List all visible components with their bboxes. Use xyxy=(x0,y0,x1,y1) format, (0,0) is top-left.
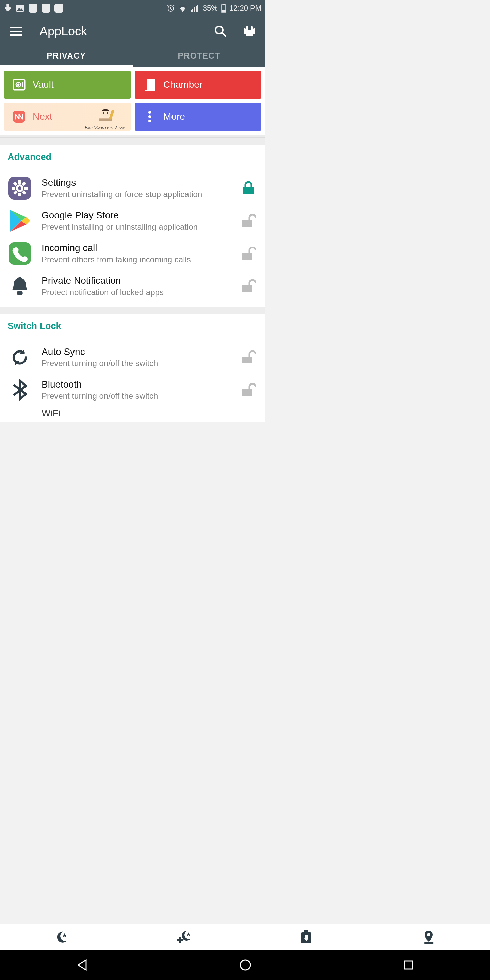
battery-percent: 35% xyxy=(203,4,218,13)
svg-rect-58 xyxy=(242,356,252,363)
status-left xyxy=(4,4,63,13)
menu-icon[interactable] xyxy=(10,27,22,36)
svg-point-0 xyxy=(6,4,9,6)
bell-icon xyxy=(10,275,30,297)
item-private-notification[interactable]: Private Notification Protect notificatio… xyxy=(8,270,258,302)
svg-rect-20 xyxy=(248,26,251,30)
item-subtitle: Prevent others from taking incoming call… xyxy=(41,255,228,265)
lock-open-icon[interactable] xyxy=(241,383,256,397)
item-incoming-call[interactable]: Incoming call Prevent others from taking… xyxy=(8,237,258,270)
svg-rect-9 xyxy=(194,8,195,12)
svg-rect-19 xyxy=(253,28,255,34)
status-bar: 35% 12:20 PM xyxy=(0,0,266,16)
lock-open-icon[interactable] xyxy=(241,247,256,260)
svg-rect-11 xyxy=(197,5,198,12)
divider xyxy=(0,135,266,137)
app-title: AppLock xyxy=(40,24,196,38)
svg-point-35 xyxy=(148,115,151,118)
tab-bar: PRIVACY PROTECT xyxy=(0,46,266,67)
svg-rect-18 xyxy=(243,28,246,34)
svg-point-56 xyxy=(17,291,23,295)
svg-point-15 xyxy=(215,26,223,34)
item-subtitle: Prevent installing or uninstalling appli… xyxy=(41,222,228,232)
divider xyxy=(0,137,266,145)
status-right: 35% 12:20 PM xyxy=(167,4,261,13)
item-subtitle: Prevent turning on/off the switch xyxy=(41,359,228,369)
svg-point-34 xyxy=(148,111,151,114)
divider xyxy=(0,307,266,314)
signal-icon xyxy=(191,5,199,12)
svg-rect-1 xyxy=(6,6,10,11)
svg-rect-55 xyxy=(242,253,252,259)
phone-icon xyxy=(8,242,32,266)
alarm-icon xyxy=(167,4,175,12)
svg-rect-8 xyxy=(192,9,193,12)
play-store-icon xyxy=(9,209,30,232)
svg-rect-57 xyxy=(242,285,252,292)
mascot-icon xyxy=(95,106,116,125)
item-title: Bluetooth xyxy=(41,379,228,390)
lock-open-icon[interactable] xyxy=(241,279,256,293)
item-auto-sync[interactable]: Auto Sync Prevent turning on/off the swi… xyxy=(8,341,258,374)
svg-rect-2 xyxy=(5,8,6,9)
item-title: Private Notification xyxy=(41,275,228,286)
chamber-icon xyxy=(144,78,156,92)
vault-card[interactable]: Vault xyxy=(4,71,130,99)
item-settings[interactable]: Settings Prevent uninstalling or force-s… xyxy=(8,172,258,205)
section-title: Switch Lock xyxy=(8,321,258,331)
promo-label: Next xyxy=(33,111,52,122)
svg-rect-53 xyxy=(242,220,252,227)
item-play-store[interactable]: Google Play Store Prevent installing or … xyxy=(8,205,258,237)
battery-icon xyxy=(221,4,226,13)
svg-rect-42 xyxy=(12,187,15,189)
next-card[interactable]: Next Plan future, remind now xyxy=(4,103,130,130)
item-title: Incoming call xyxy=(41,243,228,253)
svg-rect-43 xyxy=(24,187,27,189)
lock-open-icon[interactable] xyxy=(241,350,256,364)
item-subtitle: Prevent turning on/off the switch xyxy=(41,391,228,401)
item-subtitle: Prevent uninstalling or force-stop appli… xyxy=(41,189,228,199)
notification-icon xyxy=(4,4,11,13)
svg-rect-3 xyxy=(9,8,11,9)
svg-point-23 xyxy=(18,84,19,86)
image-icon xyxy=(16,5,24,12)
next-icon xyxy=(12,110,26,124)
svg-point-29 xyxy=(103,112,105,114)
section-advanced: Advanced Settings Prevent uninstalling o… xyxy=(0,145,266,302)
bluetooth-icon xyxy=(12,379,27,401)
tab-protect[interactable]: PROTECT xyxy=(133,46,266,67)
tab-label: PRIVACY xyxy=(47,51,86,60)
svg-rect-26 xyxy=(145,79,147,90)
theme-icon[interactable] xyxy=(243,25,256,38)
search-icon[interactable] xyxy=(214,24,227,38)
svg-line-16 xyxy=(222,33,226,37)
status-chip-icon xyxy=(29,4,37,13)
section-title: Advanced xyxy=(8,152,258,162)
tab-label: PROTECT xyxy=(178,51,220,60)
svg-point-39 xyxy=(18,186,21,190)
svg-rect-7 xyxy=(191,10,192,12)
svg-rect-54 xyxy=(8,242,31,265)
svg-rect-41 xyxy=(18,192,21,196)
vault-icon xyxy=(12,78,26,92)
gear-icon xyxy=(8,176,32,200)
more-card[interactable]: More xyxy=(135,103,261,130)
tab-privacy[interactable]: PRIVACY xyxy=(0,46,133,67)
item-title: Settings xyxy=(41,177,228,188)
item-bluetooth[interactable]: Bluetooth Prevent turning on/off the swi… xyxy=(8,374,258,406)
lock-open-icon[interactable] xyxy=(241,214,256,228)
item-title: Auto Sync xyxy=(41,347,228,357)
item-title: Google Play Store xyxy=(41,210,228,221)
svg-point-30 xyxy=(107,112,108,114)
item-subtitle: Protect notification of locked apps xyxy=(41,288,228,298)
promo-label: Chamber xyxy=(163,79,202,90)
svg-rect-48 xyxy=(243,188,253,194)
svg-rect-32 xyxy=(99,119,111,121)
svg-rect-14 xyxy=(221,10,226,12)
sync-icon xyxy=(10,348,29,367)
lock-closed-icon[interactable] xyxy=(242,181,255,195)
item-wifi[interactable]: WiFi xyxy=(8,406,258,422)
more-icon xyxy=(148,111,152,123)
status-chip-icon xyxy=(54,4,63,13)
chamber-card[interactable]: Chamber xyxy=(135,71,261,99)
